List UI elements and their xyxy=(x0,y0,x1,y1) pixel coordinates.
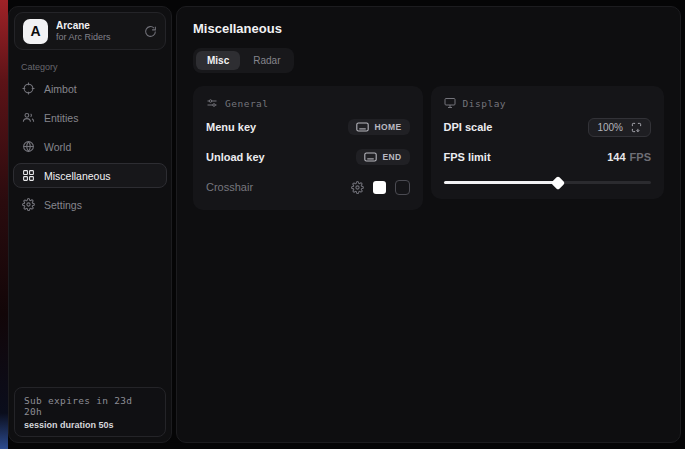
profile-card[interactable]: A Arcane for Arc Riders xyxy=(14,12,166,50)
crosshair-icon xyxy=(22,82,35,95)
tab-radar[interactable]: Radar xyxy=(242,51,291,70)
app-subtitle: for Arc Riders xyxy=(56,32,136,42)
app-logo: A xyxy=(23,19,48,44)
dpi-scale-label: DPI scale xyxy=(444,121,493,133)
dpi-scale-select[interactable]: 100% xyxy=(588,118,651,137)
tab-misc[interactable]: Misc xyxy=(196,51,240,70)
sidebar-item-label: Settings xyxy=(44,199,82,211)
keyboard-icon xyxy=(356,122,369,132)
category-label: Category xyxy=(21,62,171,72)
fps-limit-label: FPS limit xyxy=(444,151,491,163)
crosshair-checkbox[interactable] xyxy=(395,180,410,195)
dpi-scale-row: DPI scale 100% xyxy=(444,115,651,139)
fps-limit-row: FPS limit 144FPS xyxy=(444,145,651,169)
desktop-wallpaper-edge xyxy=(0,0,8,449)
menu-key-value: HOME xyxy=(374,122,401,132)
users-icon xyxy=(22,111,35,124)
sidebar-item-aimbot[interactable]: Aimbot xyxy=(13,76,167,101)
sidebar-item-label: Aimbot xyxy=(44,83,77,95)
grid-icon xyxy=(22,169,35,182)
menu-key-label: Menu key xyxy=(206,121,256,133)
refresh-icon[interactable] xyxy=(144,25,157,38)
fps-unit: FPS xyxy=(630,151,651,163)
monitor-icon xyxy=(444,97,456,109)
general-card: General Menu key HOME Unload key xyxy=(193,86,423,210)
unload-key-bind-button[interactable]: END xyxy=(356,149,409,165)
unload-key-label: Unload key xyxy=(206,151,265,163)
profile-text: Arcane for Arc Riders xyxy=(56,20,136,42)
globe-icon xyxy=(22,140,35,153)
fps-slider-thumb[interactable] xyxy=(551,175,565,189)
crosshair-color-swatch[interactable] xyxy=(373,181,386,194)
crosshair-label: Crosshair xyxy=(206,181,253,193)
sidebar-item-entities[interactable]: Entities xyxy=(13,105,167,130)
sidebar-item-label: Entities xyxy=(44,112,78,124)
fps-limit-value: 144FPS xyxy=(607,151,651,163)
menu-key-bind-button[interactable]: HOME xyxy=(348,119,409,135)
display-card: Display DPI scale 100% xyxy=(431,86,664,199)
session-duration-text: session duration 50s xyxy=(24,420,156,430)
general-card-title: General xyxy=(225,98,269,109)
sidebar: A Arcane for Arc Riders Category Aimbot xyxy=(8,6,172,443)
sidebar-item-miscellaneous[interactable]: Miscellaneous xyxy=(13,163,167,188)
sub-expiry-text: Sub expires in 23d 20h xyxy=(24,395,156,417)
keyboard-icon xyxy=(364,152,377,162)
menu-key-row: Menu key HOME xyxy=(206,115,410,139)
sidebar-item-label: Miscellaneous xyxy=(44,170,111,182)
fps-slider-fill xyxy=(444,181,558,184)
tab-bar: Misc Radar xyxy=(193,48,294,73)
dpi-scale-value: 100% xyxy=(597,122,623,133)
sidebar-item-world[interactable]: World xyxy=(13,134,167,159)
selector-icon xyxy=(631,122,642,133)
crosshair-row: Crosshair xyxy=(206,175,410,199)
fps-limit-slider[interactable] xyxy=(444,176,651,188)
page-title: Miscellaneous xyxy=(193,21,664,36)
gear-icon xyxy=(22,198,35,211)
crosshair-settings-gear-icon[interactable] xyxy=(351,181,364,194)
display-card-title: Display xyxy=(463,98,507,109)
unload-key-row: Unload key END xyxy=(206,145,410,169)
unload-key-value: END xyxy=(382,152,401,162)
sidebar-item-settings[interactable]: Settings xyxy=(13,192,167,217)
sidebar-nav: Aimbot Entities World M xyxy=(9,76,171,217)
sliders-icon xyxy=(206,97,218,109)
subscription-info: Sub expires in 23d 20h session duration … xyxy=(14,387,166,437)
sidebar-item-label: World xyxy=(44,141,71,153)
main-panel: Miscellaneous Misc Radar General xyxy=(176,6,681,443)
app-name: Arcane xyxy=(56,20,136,32)
